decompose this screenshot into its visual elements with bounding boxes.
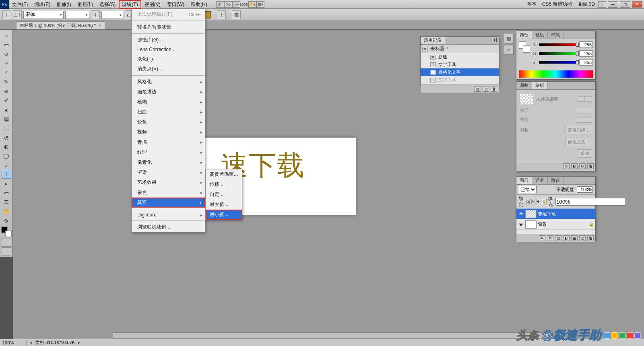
hand-icon[interactable]: ✋▾ [248, 1, 256, 8]
color-swatches[interactable] [1, 227, 12, 237]
move-tool[interactable]: ↔ [2, 31, 11, 40]
history-entry[interactable]: T文字工具 [421, 61, 499, 68]
font-style-select[interactable]: - [65, 11, 89, 19]
warp-text-icon[interactable]: ⌇ [217, 10, 226, 19]
visibility-icon[interactable]: 👁 [518, 222, 524, 227]
other-minimum[interactable]: 最小值... [206, 210, 242, 220]
opacity-input[interactable] [577, 186, 593, 193]
gradient-tool[interactable]: ◔ [2, 133, 11, 142]
delete-state-icon[interactable]: 🗑 [491, 86, 497, 92]
visibility-icon[interactable]: 👁 [518, 212, 524, 216]
filter-digimarc[interactable]: Digimarc [132, 210, 205, 219]
filter-video[interactable]: 视频 [132, 127, 205, 137]
mask-delete-icon[interactable]: 🗑 [587, 163, 594, 169]
menu-view[interactable]: 视图(V) [141, 0, 164, 9]
zoom-display[interactable]: 100% [240, 1, 248, 8]
blur-tool[interactable]: ◐ [2, 142, 11, 151]
filter-browse-online[interactable]: 浏览联机滤镜... [132, 222, 205, 232]
delete-layer-icon[interactable]: 🗑 [587, 235, 594, 241]
eyedropper-tool[interactable]: ✎ [2, 77, 11, 86]
bridge-icon[interactable]: Br [216, 1, 224, 8]
color-slider-R[interactable] [539, 43, 578, 46]
color-input-G[interactable] [579, 50, 593, 57]
filter-convert-smart[interactable]: 转换为智能滤镜 [132, 22, 205, 32]
filter-stylize[interactable]: 风格化 [132, 77, 205, 87]
shape-tool[interactable]: ▭ [2, 188, 11, 197]
workspace-cs5-new[interactable]: CS5 新增功能 [540, 1, 575, 8]
new-snapshot-icon[interactable]: ◻ [483, 86, 489, 92]
character-panel-icon[interactable]: ▤ [232, 10, 241, 19]
horizontal-scrollbar[interactable] [113, 332, 548, 339]
filter-other[interactable]: 其它 [132, 198, 205, 208]
window-close[interactable]: ✕ [632, 1, 642, 8]
color-spectrum[interactable] [519, 70, 593, 78]
color-input-R[interactable] [579, 41, 593, 48]
lock-position-icon[interactable]: ✥ [537, 199, 540, 204]
workspace-more-icon[interactable]: » [598, 1, 606, 8]
workspace-basic[interactable]: 基本 [524, 1, 539, 8]
color-fg-bg[interactable] [519, 41, 530, 53]
filter-render[interactable]: 渲染 [132, 167, 205, 177]
color-slider-G[interactable] [539, 52, 578, 55]
mask-footer-icon-2[interactable]: ◐ [571, 163, 578, 169]
marquee-tool[interactable]: ▭ [2, 40, 11, 49]
window-minimize[interactable]: — [608, 1, 618, 8]
other-offset[interactable]: 位移... [206, 179, 242, 189]
layer-row[interactable]: 👁背景🔒 [516, 219, 595, 230]
filter-sharpen[interactable]: 锐化 [132, 117, 205, 127]
clone-stamp-tool[interactable]: ▲ [2, 105, 11, 114]
path-selection-tool[interactable]: ▸ [2, 179, 11, 188]
blend-mode-select[interactable]: 正常 [519, 186, 537, 193]
layer-style-icon[interactable]: fx [547, 235, 553, 241]
type-tool[interactable]: T [2, 170, 11, 179]
menu-layer[interactable]: 图层(L) [74, 0, 97, 9]
filter-sketch[interactable]: 素描 [132, 137, 205, 147]
group-icon[interactable]: ▣ [571, 235, 578, 241]
lock-pixels-icon[interactable]: ✎ [531, 199, 535, 204]
history-snapshot[interactable]: ▦ 未标题-1 [421, 45, 499, 53]
3d-tool[interactable]: ☰ [2, 198, 11, 206]
masks-tab[interactable]: 蒙版 [532, 82, 548, 89]
history-entry[interactable]: T文字工具 [421, 76, 499, 84]
adjustments-tab[interactable]: 调整 [516, 82, 532, 89]
status-arrow-icon[interactable]: ◂ [30, 340, 32, 345]
zoom-tool[interactable]: ⊕ [2, 216, 11, 225]
quick-mask-icon[interactable] [2, 239, 11, 247]
brush-tool[interactable]: ✐ [2, 96, 11, 105]
layers-tab[interactable]: 图层 [516, 177, 532, 184]
filter-vanishing-point[interactable]: 消失点(V)... [132, 64, 205, 74]
styles-tab[interactable]: 样式 [548, 31, 564, 39]
history-brush-tool[interactable]: ▤ [2, 114, 11, 123]
create-document-from-state-icon[interactable]: ▧ [475, 86, 481, 92]
healing-brush-tool[interactable]: ⊕ [2, 86, 11, 95]
font-family-select[interactable]: 宋体 [23, 11, 64, 19]
fill-input[interactable] [555, 198, 625, 206]
pixel-mask-icon[interactable] [578, 96, 585, 102]
mb-icon[interactable]: Mb [224, 1, 232, 8]
color-range-button[interactable]: 颜色范围... [565, 138, 592, 146]
lock-transparency-icon[interactable]: ⊡ [526, 199, 530, 204]
mask-edge-button[interactable]: 蒙版边缘... [565, 126, 592, 134]
vector-mask-icon[interactable] [585, 96, 592, 102]
menu-filter[interactable]: 滤镜(T) [119, 0, 141, 9]
close-tab-icon[interactable]: ✕ [98, 23, 101, 28]
eraser-tool[interactable]: ⬚ [2, 124, 11, 132]
other-high-pass[interactable]: 高反差保留... [206, 169, 242, 179]
lock-all-icon[interactable]: 🔒 [542, 199, 547, 204]
link-layers-icon[interactable]: ⚯ [539, 235, 545, 241]
text-orientation-icon[interactable]: ⊥T [13, 10, 22, 19]
mask-footer-icon-1[interactable]: ⊙ [563, 163, 570, 169]
history-entry[interactable]: ▤栅格化文字 [421, 68, 499, 76]
dock-button-2[interactable]: ✧ [504, 45, 514, 55]
mask-footer-icon-3[interactable]: ⊘ [579, 163, 586, 169]
invert-button[interactable]: 反相 [578, 149, 592, 158]
filter-brush-strokes[interactable]: 画笔描边 [132, 87, 205, 97]
filter-texture[interactable]: 纹理 [132, 147, 205, 157]
window-maximize[interactable]: ◻ [620, 1, 630, 8]
filter-gallery[interactable]: 滤镜库(G)... [132, 35, 205, 45]
filter-lens-correction[interactable]: Lens Correction... [132, 45, 205, 54]
menu-file[interactable]: 文件(F) [9, 0, 31, 9]
dock-button-1[interactable]: ▦ [504, 34, 514, 43]
channels-tab[interactable]: 通道 [532, 177, 548, 184]
arrange-icon[interactable]: ▦▾ [256, 1, 264, 8]
